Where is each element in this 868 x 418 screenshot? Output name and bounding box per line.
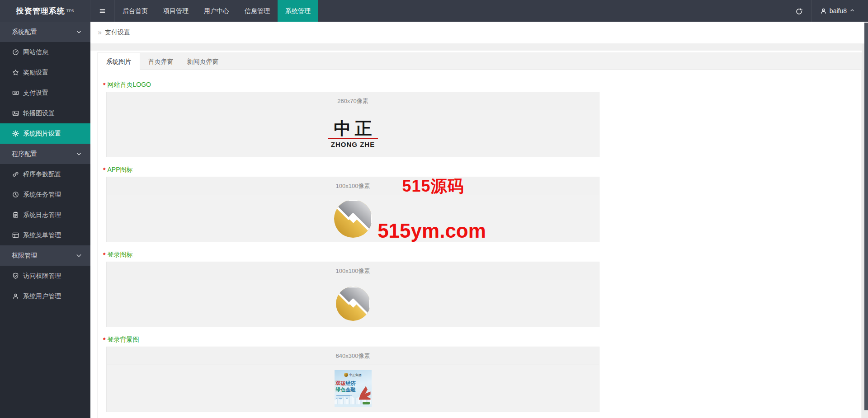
topbar: 投资管理系统 TP6 后台首页 项目管理 用户中心 信息管理 系统管理 baif…: [0, 0, 868, 22]
upload-preview-area: [107, 195, 599, 242]
username-label: baifu8: [830, 7, 847, 14]
gold-sphere-icon: [336, 286, 370, 321]
field-login-icon: * 登录图标 100x100像素: [103, 250, 861, 327]
top-nav-item-projects[interactable]: 项目管理: [156, 0, 196, 22]
chevron-up-icon: [849, 8, 856, 14]
watermark-url: 515ym.com: [377, 220, 486, 242]
upload-box-site-logo[interactable]: 260x70像素 中正 ZHONG ZHE: [106, 92, 599, 157]
thumb-headline-2: 绿色金融: [336, 387, 356, 393]
app-logo: 投资管理系统 TP6: [0, 0, 90, 22]
sidebar-section-program-config[interactable]: 程序配置: [0, 144, 90, 164]
image-icon: [12, 110, 19, 117]
upload-box-login-icon[interactable]: 100x100像素: [106, 262, 599, 327]
field-site-logo: * 网站首页LOGO 260x70像素 中正 ZHONG ZHE: [103, 80, 861, 157]
sidebar-section-system-config[interactable]: 系统配置: [0, 22, 90, 42]
thumb-water: [335, 404, 372, 407]
sidebar-item-program-params[interactable]: 程序参数配置: [0, 164, 90, 184]
topbar-right: baifu8: [786, 0, 868, 22]
layout-icon: [12, 232, 19, 239]
chevron-down-icon: [75, 150, 82, 157]
upload-box-app-icon[interactable]: 100x100像素: [106, 177, 599, 242]
top-nav-item-dashboard[interactable]: 后台首页: [115, 0, 156, 22]
shield-check-icon: [12, 272, 19, 279]
field-label-text: APP图标: [107, 166, 132, 174]
sidebar-item-system-tasks[interactable]: 系统任务管理: [0, 184, 90, 205]
clock-icon: [12, 191, 19, 198]
sidebar-item-label: 系统图片设置: [23, 130, 61, 138]
thumb-red-arch: [359, 386, 371, 400]
top-nav-item-info[interactable]: 信息管理: [237, 0, 278, 22]
content-tabs: 系统图片 首页弹窗 新闻页弹窗: [98, 53, 861, 70]
chevron-down-icon: [75, 252, 82, 259]
refresh-icon: [795, 8, 802, 14]
clipboard-icon: [12, 211, 19, 218]
user-menu[interactable]: baifu8: [811, 0, 868, 22]
upload-size-hint: 100x100像素: [107, 262, 599, 280]
banknote-icon: [12, 89, 19, 96]
sidebar-item-system-logs[interactable]: 系统日志管理: [0, 205, 90, 225]
field-label-text: 登录背景图: [107, 336, 139, 344]
top-nav-item-system[interactable]: 系统管理: [278, 0, 318, 22]
field-label: * 登录图标: [103, 250, 861, 259]
sidebar: 系统配置 网站信息 奖励设置 支付设置 轮播图设置 系统图片设置 程序配置: [0, 22, 90, 418]
thumb-gold-logo-dot: [344, 373, 348, 377]
upload-size-hint: 640x300像素: [107, 347, 599, 365]
sidebar-item-carousel-settings[interactable]: 轮播图设置: [0, 103, 90, 123]
sidebar-item-payment-settings[interactable]: 支付设置: [0, 83, 90, 103]
sidebar-item-site-info[interactable]: 网站信息: [0, 42, 90, 62]
app-title-version: TP6: [66, 9, 74, 13]
top-nav: 后台首页 项目管理 用户中心 信息管理 系统管理: [115, 0, 318, 22]
system-images-form: * 网站首页LOGO 260x70像素 中正 ZHONG ZHE: [98, 70, 861, 418]
sidebar-item-system-users[interactable]: 系统用户管理: [0, 286, 90, 306]
top-nav-item-users[interactable]: 用户中心: [196, 0, 237, 22]
upload-preview-area: [107, 280, 599, 327]
thumb-subtext-bar: [336, 395, 352, 396]
sidebar-section-label: 程序配置: [12, 150, 37, 158]
required-asterisk: *: [103, 81, 105, 89]
tab-system-images[interactable]: 系统图片: [98, 53, 140, 70]
sidebar-item-label: 奖励设置: [23, 69, 48, 77]
upload-size-hint: 260x70像素: [107, 92, 599, 110]
gear-icon: [12, 130, 19, 137]
field-label: * 网站首页LOGO: [103, 80, 861, 89]
sidebar-item-label: 访问权限管理: [23, 272, 61, 280]
hamburger-menu-button[interactable]: [90, 0, 115, 22]
thumb-brand-text: 中正集团: [349, 373, 362, 377]
sidebar-section-permissions[interactable]: 权限管理: [0, 245, 90, 266]
upload-size-hint: 100x100像素: [107, 177, 599, 195]
field-label: * APP图标: [103, 165, 861, 174]
chevron-down-icon: [75, 28, 82, 35]
breadcrumb: » 支付设置: [90, 22, 868, 44]
sidebar-item-label: 网站信息: [23, 48, 48, 56]
sidebar-item-label: 系统菜单管理: [23, 231, 61, 240]
zhongzhe-logo-preview: 中正 ZHONG ZHE: [328, 119, 378, 148]
gold-sphere-icon: [334, 200, 372, 238]
upload-box-login-background[interactable]: 640x300像素 中正集团 双碳经济 绿色金融: [106, 347, 599, 412]
person-icon: [12, 293, 19, 300]
sidebar-item-reward-settings[interactable]: 奖励设置: [0, 62, 90, 83]
app-title: 投资管理系统: [16, 6, 65, 16]
scrollbar-thumb[interactable]: [864, 23, 868, 410]
thumb-brand-row: 中正集团: [335, 373, 372, 377]
watermark-text: 515源码: [402, 175, 464, 197]
logo-en-text: ZHONG ZHE: [328, 141, 378, 148]
star-icon: [12, 69, 19, 76]
sidebar-item-access-permissions[interactable]: 访问权限管理: [0, 266, 90, 286]
field-label-text: 登录图标: [107, 251, 132, 259]
breadcrumb-separator: »: [98, 28, 102, 37]
logo-red-underline: [328, 138, 378, 139]
link-icon: [12, 171, 19, 178]
required-asterisk: *: [103, 251, 105, 258]
user-avatar-icon: [820, 8, 827, 14]
sidebar-section-label: 系统配置: [12, 28, 37, 36]
sidebar-item-label: 轮播图设置: [23, 109, 55, 117]
tab-news-popup[interactable]: 新闻页弹窗: [182, 53, 224, 70]
sidebar-item-system-images[interactable]: 系统图片设置: [0, 123, 90, 144]
sidebar-item-label: 程序参数配置: [23, 170, 61, 178]
field-label-text: 网站首页LOGO: [107, 81, 151, 89]
tab-home-popup[interactable]: 首页弹窗: [140, 53, 182, 70]
refresh-button[interactable]: [786, 0, 811, 22]
thumb-headline-1: 双碳经济: [336, 380, 356, 386]
logo-cn-text: 中正: [328, 119, 378, 137]
sidebar-item-system-menus[interactable]: 系统菜单管理: [0, 225, 90, 245]
